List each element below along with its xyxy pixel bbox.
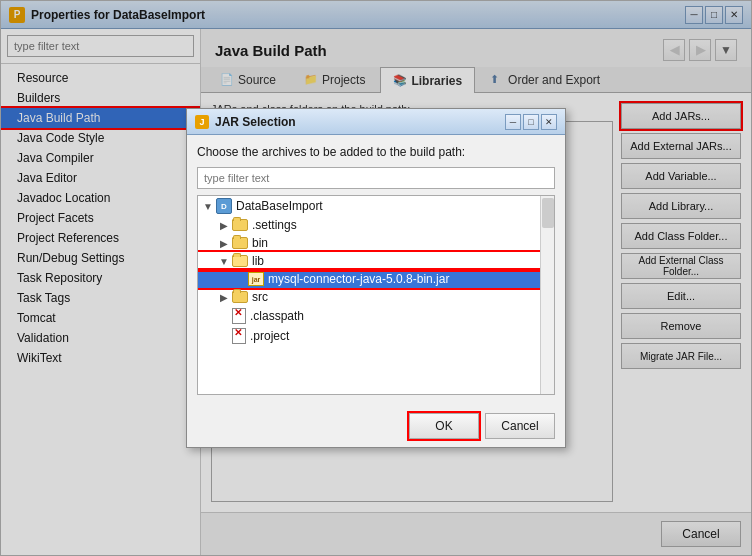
expand-arrow-src: ▶ (218, 291, 230, 303)
modal-description: Choose the archives to be added to the b… (197, 145, 555, 159)
tree-item-bin[interactable]: ▶ bin (198, 234, 554, 252)
classpath-file-icon: ✕ (232, 308, 246, 324)
expand-arrow-project: ▼ (202, 200, 214, 212)
tree-label-classpath: .classpath (250, 309, 304, 323)
tree-item-mysql-jar[interactable]: jar mysql-connector-java-5.0.8-bin.jar (198, 270, 554, 288)
modal-overlay: J JAR Selection ─ □ ✕ Choose the archive… (1, 1, 751, 555)
modal-title-bar: J JAR Selection ─ □ ✕ (187, 109, 565, 135)
tree-label-project-file: .project (250, 329, 289, 343)
modal-tree[interactable]: ▼ D DataBaseImport ▶ .settings ▶ bin (197, 195, 555, 395)
project-file-icon: ✕ (232, 328, 246, 344)
jar-selection-modal: J JAR Selection ─ □ ✕ Choose the archive… (186, 108, 566, 448)
tree-scroll-thumb (542, 198, 554, 228)
folder-icon-lib (232, 255, 248, 267)
modal-icon: J (195, 115, 209, 129)
tree-item-src[interactable]: ▶ src (198, 288, 554, 306)
tree-item-project-file[interactable]: ✕ .project (198, 326, 554, 346)
modal-minimize-button[interactable]: ─ (505, 114, 521, 130)
expand-arrow-lib: ▼ (218, 255, 230, 267)
tree-item-project[interactable]: ▼ D DataBaseImport (198, 196, 554, 216)
expand-arrow-mysql-jar (234, 273, 246, 285)
tree-label-project: DataBaseImport (236, 199, 323, 213)
modal-cancel-button[interactable]: Cancel (485, 413, 555, 439)
expand-arrow-project-file (218, 330, 230, 342)
jar-icon: jar (248, 272, 264, 286)
tree-label-lib: lib (252, 254, 264, 268)
expand-arrow-bin: ▶ (218, 237, 230, 249)
tree-label-src: src (252, 290, 268, 304)
main-window: P Properties for DataBaseImport ─ □ ✕ Re… (0, 0, 752, 556)
modal-buttons: OK Cancel (187, 405, 565, 447)
tree-label-mysql-jar: mysql-connector-java-5.0.8-bin.jar (268, 272, 449, 286)
modal-body: Choose the archives to be added to the b… (187, 135, 565, 405)
expand-arrow-settings: ▶ (218, 219, 230, 231)
tree-label-settings: .settings (252, 218, 297, 232)
modal-ok-button[interactable]: OK (409, 413, 479, 439)
tree-item-classpath[interactable]: ✕ .classpath (198, 306, 554, 326)
folder-icon-src (232, 291, 248, 303)
expand-arrow-classpath (218, 310, 230, 322)
tree-item-settings[interactable]: ▶ .settings (198, 216, 554, 234)
tree-item-lib[interactable]: ▼ lib (198, 252, 554, 270)
modal-maximize-button[interactable]: □ (523, 114, 539, 130)
folder-icon-bin (232, 237, 248, 249)
modal-filter-input[interactable] (197, 167, 555, 189)
modal-close-button[interactable]: ✕ (541, 114, 557, 130)
modal-title: JAR Selection (215, 115, 503, 129)
project-icon: D (216, 198, 232, 214)
folder-icon-settings (232, 219, 248, 231)
tree-label-bin: bin (252, 236, 268, 250)
tree-scrollbar[interactable] (540, 196, 554, 394)
